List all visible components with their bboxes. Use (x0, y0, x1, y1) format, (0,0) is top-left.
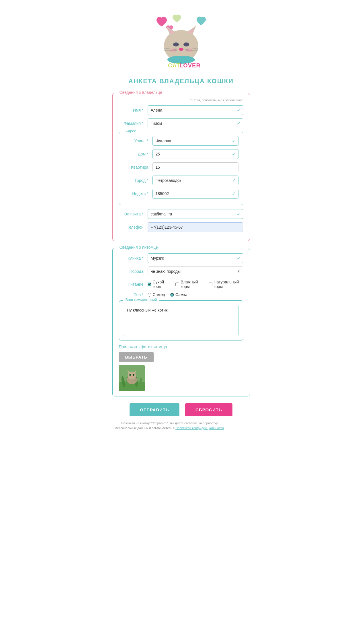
pet-name-label: Кличка * (119, 256, 148, 260)
food-dry-text: Сухой корм (153, 280, 171, 289)
comment-legend: Ваш комментарий (123, 297, 159, 302)
food-row: Питание Сухой корм Влажный корм Натураль… (119, 280, 243, 289)
gender-male-radio[interactable] (148, 293, 151, 297)
svg-point-30 (133, 374, 134, 375)
pet-name-row: Кличка * ✓ (119, 253, 243, 263)
food-natural-checkbox[interactable] (209, 283, 212, 286)
svg-point-31 (131, 376, 132, 377)
apt-input-wrapper (152, 162, 238, 172)
house-input[interactable] (152, 149, 238, 159)
street-input-wrapper: ✓ (152, 136, 238, 146)
food-checkbox-group: Сухой корм Влажный корм Натуральный корм (148, 280, 243, 289)
city-label: Город * (124, 178, 152, 183)
gender-male-label[interactable]: Самец (148, 292, 165, 297)
pet-section: Сведения о питомце Кличка * ✓ Порода не … (112, 248, 250, 396)
food-wet-checkbox[interactable] (175, 283, 179, 286)
food-label: Питание (119, 282, 148, 287)
index-label: Индекс * (124, 191, 152, 196)
gender-female-radio[interactable] (170, 293, 174, 297)
food-dry-checkbox[interactable] (148, 283, 151, 286)
index-input-wrapper: ✓ (152, 189, 238, 199)
svg-text:LOVER: LOVER (179, 62, 201, 69)
email-input[interactable] (148, 209, 243, 219)
house-row: Дом * ✓ (124, 149, 238, 159)
house-label: Дом * (124, 152, 152, 156)
phone-input-wrapper (148, 222, 243, 232)
breed-select[interactable]: не знаю породы Сиамская Персидская Мейн-… (148, 266, 243, 276)
food-dry-label[interactable]: Сухой корм (148, 280, 171, 289)
apt-input[interactable] (152, 162, 238, 172)
email-row: Эл.почта * ✓ (119, 209, 243, 219)
form-container: Сведения о владельце * Поля, обязательны… (112, 93, 250, 430)
comment-textarea[interactable]: Ну классный же котик! (124, 305, 238, 336)
footer-note: Нажимая на кнопку "Отправить", вы даёте … (112, 421, 227, 430)
svg-point-29 (130, 374, 130, 375)
photo-choose-button[interactable]: ВЫБРАТЬ (119, 352, 154, 362)
owner-legend: Сведения о владельце (117, 90, 165, 95)
street-row: Улица * ✓ (124, 136, 238, 146)
email-input-wrapper: ✓ (148, 209, 243, 219)
email-label: Эл.почта * (119, 212, 148, 216)
photo-section: Приложить фото питомца ВЫБРАТЬ (119, 345, 243, 391)
action-buttons: ОТПРАВИТЬ СБРОСИТЬ (112, 403, 250, 416)
photo-preview (119, 365, 145, 391)
pet-legend: Сведения о питомце (117, 245, 160, 250)
phone-row: Телефон (119, 222, 243, 232)
gender-label: Пол * (119, 292, 148, 297)
svg-point-7 (179, 48, 183, 51)
gender-female-text: Самка (175, 292, 187, 297)
index-row: Индекс * ✓ (124, 189, 238, 199)
street-label: Улица * (124, 139, 152, 143)
privacy-policy-link[interactable]: Политикой конфиденциальности (175, 426, 224, 430)
surname-input[interactable] (148, 118, 243, 128)
city-input[interactable] (152, 176, 238, 185)
breed-row: Порода не знаю породы Сиамская Персидска… (119, 266, 243, 276)
index-input[interactable] (152, 189, 238, 199)
name-label: Имя * (119, 108, 148, 112)
phone-label: Телефон (119, 225, 148, 229)
gender-male-text: Самец (153, 292, 165, 297)
breed-label: Порода (119, 269, 148, 274)
svg-text:CAT: CAT (168, 62, 180, 69)
address-legend: Адрес (123, 129, 138, 133)
surname-input-wrapper: ✓ (148, 118, 243, 128)
food-natural-text: Натуральный корм (214, 280, 243, 289)
apt-row: Квартира (124, 162, 238, 172)
breed-select-wrapper: не знаю породы Сиамская Персидская Мейн-… (148, 266, 243, 276)
address-section: Адрес Улица * ✓ Дом * ✓ Квартира (119, 132, 243, 205)
food-natural-label[interactable]: Натуральный корм (209, 280, 243, 289)
logo-section: CAT LOVER (150, 11, 213, 69)
owner-section: Сведения о владельце * Поля, обязательны… (112, 93, 250, 241)
street-input[interactable] (152, 136, 238, 146)
surname-label: Фамилия * (119, 121, 148, 126)
house-input-wrapper: ✓ (152, 149, 238, 159)
pet-name-input[interactable] (148, 253, 243, 263)
name-input-wrapper: ✓ (148, 105, 243, 115)
food-wet-label[interactable]: Влажный корм (175, 280, 203, 289)
required-note: * Поля, обязательные к заполнению (119, 98, 243, 102)
gender-female-label[interactable]: Самка (170, 292, 187, 297)
gender-radio-group: Самец Самка (148, 292, 243, 297)
submit-button[interactable]: ОТПРАВИТЬ (130, 403, 179, 416)
reset-button[interactable]: СБРОСИТЬ (185, 403, 232, 416)
city-row: Город * ✓ (124, 176, 238, 185)
food-wet-text: Влажный корм (181, 280, 203, 289)
apt-label: Квартира (124, 165, 152, 170)
pet-name-input-wrapper: ✓ (148, 253, 243, 263)
page-title: АНКЕТА ВЛАДЕЛЬЦА КОШКИ (128, 77, 234, 85)
name-input[interactable] (148, 105, 243, 115)
name-row: Имя * ✓ (119, 105, 243, 115)
gender-row: Пол * Самец Самка (119, 292, 243, 297)
city-input-wrapper: ✓ (152, 176, 238, 185)
comment-section: Ваш комментарий Ну классный же котик! (119, 300, 243, 341)
surname-row: Фамилия * ✓ (119, 118, 243, 128)
photo-label: Приложить фото питомца (119, 345, 243, 349)
phone-input[interactable] (148, 222, 243, 232)
